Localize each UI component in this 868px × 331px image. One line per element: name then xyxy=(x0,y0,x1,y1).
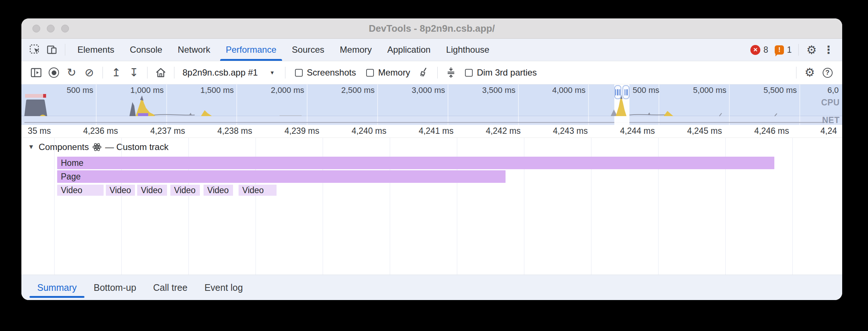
inspect-element-icon[interactable] xyxy=(29,43,41,56)
home-icon[interactable] xyxy=(154,66,168,80)
performance-toolbar: ↻ ⊘ ↥ ↧ 8p2n9n.csb.app #1 ▼ Screenshots … xyxy=(21,61,842,84)
flamechart-area[interactable]: ▼ Components — Custom track HomePageVide… xyxy=(21,138,842,275)
dim-3rd-parties-checkbox[interactable]: Dim 3rd parties xyxy=(465,67,537,78)
bar-label: Video xyxy=(141,185,162,195)
track-bar-video[interactable]: Video xyxy=(106,185,135,196)
error-icon: × xyxy=(750,45,760,55)
memory-checkbox[interactable]: Memory xyxy=(366,67,410,78)
bottom-tab-label: Event log xyxy=(204,282,243,293)
custom-track-header[interactable]: ▼ Components — Custom track xyxy=(28,142,169,153)
detail-time-ruler[interactable]: 35 ms4,236 ms4,237 ms4,238 ms4,239 ms4,2… xyxy=(21,125,842,138)
divider xyxy=(147,67,147,79)
active-bottom-tab-underline xyxy=(29,296,84,298)
bottom-tab-label: Bottom-up xyxy=(94,282,136,293)
track-bar-page[interactable]: Page xyxy=(57,170,506,183)
tab-label: Lighthouse xyxy=(446,45,489,55)
tab-memory[interactable]: Memory xyxy=(332,39,380,61)
screenshots-checkbox[interactable]: Screenshots xyxy=(295,67,356,78)
collapse-triangle-icon[interactable]: ▼ xyxy=(28,143,34,151)
divider xyxy=(174,67,174,79)
cpu-label: CPU xyxy=(821,98,840,108)
devtools-window: DevTools - 8p2n9n.csb.app/ ElementsConso… xyxy=(21,18,842,300)
bar-label: Video xyxy=(61,185,82,195)
timeline-overview[interactable]: 500 ms1,000 ms1,500 ms2,000 ms2,500 ms3,… xyxy=(21,84,842,125)
tab-sources[interactable]: Sources xyxy=(284,39,332,61)
window-title: DevTools - 8p2n9n.csb.app/ xyxy=(21,23,842,34)
help-icon[interactable]: ? xyxy=(820,66,834,80)
overview-tick: 4,000 ms xyxy=(552,86,586,95)
bar-label: Video xyxy=(242,185,264,195)
track-bar-video[interactable]: Video xyxy=(239,185,277,196)
tab-console[interactable]: Console xyxy=(122,39,170,61)
ruler-tick: 4,236 ms xyxy=(83,125,118,137)
panel-settings-gear-icon[interactable]: ⚙ xyxy=(803,66,817,80)
bar-label: Video xyxy=(207,185,229,195)
tab-elements[interactable]: Elements xyxy=(70,39,122,61)
bottom-tab-bottom-up[interactable]: Bottom-up xyxy=(85,275,145,300)
checkbox-box xyxy=(465,69,473,77)
devtools-tabbar: ElementsConsoleNetworkPerformanceSources… xyxy=(21,39,842,61)
overview-tick: 1,500 ms xyxy=(201,86,234,95)
bottom-tab-label: Call tree xyxy=(153,282,187,293)
selection-left-handle[interactable] xyxy=(614,85,621,99)
garbage-collect-icon[interactable] xyxy=(417,66,431,80)
divider xyxy=(437,67,438,79)
toggle-sidebar-icon[interactable] xyxy=(29,66,43,80)
bottom-tab-label: Summary xyxy=(37,282,77,293)
ruler-tick: 4,242 ms xyxy=(486,125,521,137)
clear-recording-icon[interactable]: ⊘ xyxy=(82,66,96,80)
ruler-tick: 4,24 xyxy=(820,125,837,137)
tab-performance[interactable]: Performance xyxy=(218,39,284,61)
console-error-badge[interactable]: × 8 xyxy=(750,45,768,55)
tab-network[interactable]: Network xyxy=(170,39,218,61)
issue-icon: ! xyxy=(775,45,784,55)
bottom-tab-event-log[interactable]: Event log xyxy=(196,275,251,300)
target-selector[interactable]: 8p2n9n.csb.app #1 ▼ xyxy=(179,67,281,78)
tab-label: Network xyxy=(178,45,210,55)
tab-lighthouse[interactable]: Lighthouse xyxy=(438,39,497,61)
ruler-tick: 4,240 ms xyxy=(351,125,386,137)
overview-tick: 6,0 xyxy=(827,86,839,95)
divider xyxy=(103,67,103,79)
divider xyxy=(285,67,285,79)
record-button[interactable] xyxy=(47,66,61,80)
bottom-tab-call-tree[interactable]: Call tree xyxy=(145,275,196,300)
bottom-tab-summary[interactable]: Summary xyxy=(29,275,85,300)
target-selector-label: 8p2n9n.csb.app #1 xyxy=(183,67,258,78)
bar-label: Home xyxy=(61,158,83,168)
track-bar-video[interactable]: Video xyxy=(204,185,233,196)
track-bar-home[interactable]: Home xyxy=(57,157,774,169)
overview-tick: 3,500 ms xyxy=(482,86,516,95)
divider xyxy=(798,44,799,56)
collapse-sanity-icon[interactable] xyxy=(444,66,458,80)
tab-label: Application xyxy=(387,45,430,55)
react-atom-icon xyxy=(92,142,102,152)
track-bar-video[interactable]: Video xyxy=(137,185,167,196)
save-profile-icon[interactable]: ↧ xyxy=(127,66,141,80)
selection-right-handle[interactable] xyxy=(622,85,629,99)
active-tab-underline xyxy=(220,59,282,61)
device-toolbar-icon[interactable] xyxy=(46,43,58,56)
tab-application[interactable]: Application xyxy=(379,39,438,61)
ruler-tick: 4,239 ms xyxy=(284,125,319,137)
settings-gear-icon[interactable]: ⚙ xyxy=(805,43,818,56)
issue-count: 1 xyxy=(787,45,792,55)
track-gridline xyxy=(792,138,793,275)
reload-and-record-icon[interactable]: ↻ xyxy=(65,66,79,80)
checkbox-box xyxy=(366,69,374,77)
tab-label: Console xyxy=(130,45,162,55)
overview-tick: 1,000 ms xyxy=(131,86,164,95)
issues-badge[interactable]: ! 1 xyxy=(775,45,792,55)
ruler-tick: 4,238 ms xyxy=(217,125,252,137)
ruler-tick: 4,237 ms xyxy=(150,125,185,137)
ruler-tick: 4,244 ms xyxy=(620,125,655,137)
overview-tick: 5,500 ms xyxy=(764,86,797,95)
bar-label: Video xyxy=(110,185,131,195)
load-profile-icon[interactable]: ↥ xyxy=(109,66,123,80)
checkbox-box xyxy=(295,69,303,77)
track-bar-video[interactable]: Video xyxy=(170,185,200,196)
kebab-menu-icon[interactable]: ⋮ xyxy=(822,43,835,56)
overview-tick: 500 ms xyxy=(633,86,659,95)
track-bar-video[interactable]: Video xyxy=(57,185,104,196)
window-titlebar: DevTools - 8p2n9n.csb.app/ xyxy=(21,18,842,39)
